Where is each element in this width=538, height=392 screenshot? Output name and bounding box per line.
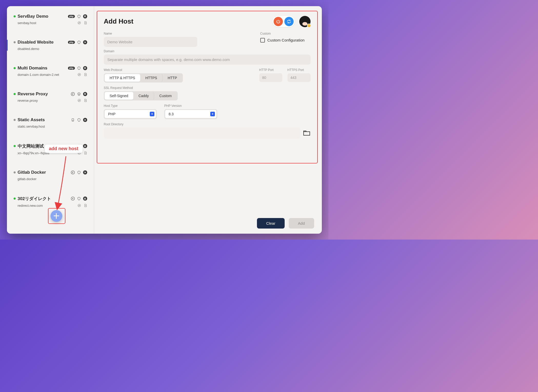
play-icon[interactable] xyxy=(83,40,87,44)
shield-icon xyxy=(77,118,81,122)
status-dot-icon xyxy=(14,93,16,95)
root-directory-input[interactable] xyxy=(104,128,300,139)
host-item-static-assets[interactable]: Static Assets static.servbay.host xyxy=(9,114,92,132)
footer-actions: Clear Add xyxy=(257,218,314,229)
add-button[interactable]: Add xyxy=(289,218,314,229)
svg-point-2 xyxy=(71,92,74,96)
php-badge-icon: php xyxy=(68,15,75,18)
doc-icon[interactable] xyxy=(84,204,87,207)
pause-icon[interactable] xyxy=(83,92,87,96)
http-port-label: HTTP Port xyxy=(259,68,282,72)
custom-config-checkbox[interactable] xyxy=(260,38,265,43)
phpver-label: PHP Version xyxy=(164,104,217,108)
host-item-multi-domains[interactable]: Multi Domains php domain-1.com domain-2.… xyxy=(9,62,92,80)
svg-point-1 xyxy=(78,73,81,76)
main-panel: Add Host ✓ Name xyxy=(94,6,322,234)
hosttype-select[interactable]: PHP xyxy=(104,109,157,119)
shield-icon xyxy=(77,197,81,201)
host-name: ServBay Demo xyxy=(18,14,66,19)
pause-icon[interactable] xyxy=(83,144,87,148)
swap-icon xyxy=(71,92,75,96)
shield-icon xyxy=(77,14,81,18)
host-domain: redirect.new.com xyxy=(18,204,43,208)
svg-point-3 xyxy=(78,99,81,102)
clear-button[interactable]: Clear xyxy=(257,218,285,229)
play-icon[interactable] xyxy=(83,118,87,122)
redirect-icon xyxy=(71,197,75,201)
phpver-value: 8.3 xyxy=(169,112,210,116)
https-port-input[interactable] xyxy=(287,73,311,82)
host-domain: static.servbay.host xyxy=(18,125,45,128)
page-title: Add Host xyxy=(104,17,273,25)
device-icon xyxy=(71,118,75,122)
host-name: Disabled Website xyxy=(18,40,66,45)
compass-icon[interactable] xyxy=(77,73,81,76)
svg-point-7 xyxy=(71,171,74,174)
phpver-select[interactable]: 8.3 xyxy=(164,109,217,119)
user-avatar[interactable]: ✓ xyxy=(299,16,311,27)
host-domain: domain-1.com domain-2.net xyxy=(18,73,59,77)
host-name: 302リダイレクト xyxy=(18,196,69,202)
refresh-button[interactable] xyxy=(284,17,294,26)
folder-icon xyxy=(303,130,311,136)
host-item-disabled-website[interactable]: Disabled Website php disabled.demo xyxy=(9,36,92,54)
domain-input[interactable] xyxy=(104,55,311,65)
chevron-updown-icon xyxy=(150,112,154,116)
add-host-fab[interactable] xyxy=(51,210,62,222)
ssl-label: SSL Request Method xyxy=(104,86,311,90)
shield-x-icon xyxy=(77,92,81,96)
shield-icon xyxy=(77,66,81,70)
pause-icon[interactable] xyxy=(83,197,87,201)
svg-point-5 xyxy=(73,120,73,121)
https-port-label: HTTPS Port xyxy=(287,68,311,72)
host-sidebar: ServBay Demo php servbay.host Disabled W… xyxy=(7,6,94,234)
host-name: Multi Domains xyxy=(18,66,66,71)
status-dot-icon xyxy=(14,15,16,17)
browse-folder-button[interactable] xyxy=(303,130,311,136)
custom-config-label: Custom Configuration xyxy=(267,38,305,42)
ssl-segment: Self-Signed Caddy Custom xyxy=(104,91,178,100)
ssl-self-signed[interactable]: Self-Signed xyxy=(105,92,133,100)
chevron-updown-icon xyxy=(210,112,215,116)
power-button[interactable] xyxy=(274,17,283,26)
annotation-label: add new host xyxy=(45,145,83,153)
compass-icon[interactable] xyxy=(77,204,81,207)
compass-icon[interactable] xyxy=(77,99,81,102)
protocol-label: Web Protocol xyxy=(104,68,254,72)
ssl-custom[interactable]: Custom xyxy=(154,92,177,100)
host-name: Reverse Proxy xyxy=(18,91,69,97)
refresh-icon xyxy=(287,19,291,24)
custom-label: Custom xyxy=(260,32,311,35)
protocol-http-https[interactable]: HTTP & HTTPS xyxy=(105,74,140,82)
host-item-reverse-proxy[interactable]: Reverse Proxy reverse.proxy xyxy=(9,88,92,106)
ssl-caddy[interactable]: Caddy xyxy=(133,92,154,100)
status-dot-icon xyxy=(14,67,16,69)
pause-icon[interactable] xyxy=(83,14,87,18)
shield-icon xyxy=(77,40,81,44)
http-port-input[interactable] xyxy=(259,73,282,82)
doc-icon[interactable] xyxy=(84,99,87,102)
host-domain: gitlab.docker xyxy=(18,177,37,181)
shield-icon xyxy=(77,170,81,174)
compass-icon[interactable] xyxy=(77,21,81,25)
protocol-http[interactable]: HTTP xyxy=(163,74,182,82)
status-dot-icon xyxy=(14,198,16,200)
doc-icon[interactable] xyxy=(84,73,87,76)
status-dot-icon xyxy=(14,145,16,147)
hosttype-label: Host Type xyxy=(104,104,157,108)
svg-point-0 xyxy=(78,22,81,24)
host-item-gitlab-docker[interactable]: Gitlab Docker gitlab.docker xyxy=(9,166,92,184)
status-dot-icon xyxy=(14,41,16,43)
play-icon[interactable] xyxy=(83,170,87,174)
php-badge-icon: php xyxy=(68,67,75,70)
hosttype-value: PHP xyxy=(108,112,150,116)
doc-icon[interactable] xyxy=(84,21,87,25)
host-domain: servbay.host xyxy=(18,21,36,25)
host-item-servbay-demo[interactable]: ServBay Demo php servbay.host xyxy=(9,10,92,28)
domain-label: Domain xyxy=(104,49,311,53)
name-input[interactable] xyxy=(104,37,197,47)
pause-icon[interactable] xyxy=(83,66,87,70)
doc-icon[interactable] xyxy=(84,151,87,155)
svg-point-9 xyxy=(78,204,81,207)
protocol-https[interactable]: HTTPS xyxy=(140,74,163,82)
